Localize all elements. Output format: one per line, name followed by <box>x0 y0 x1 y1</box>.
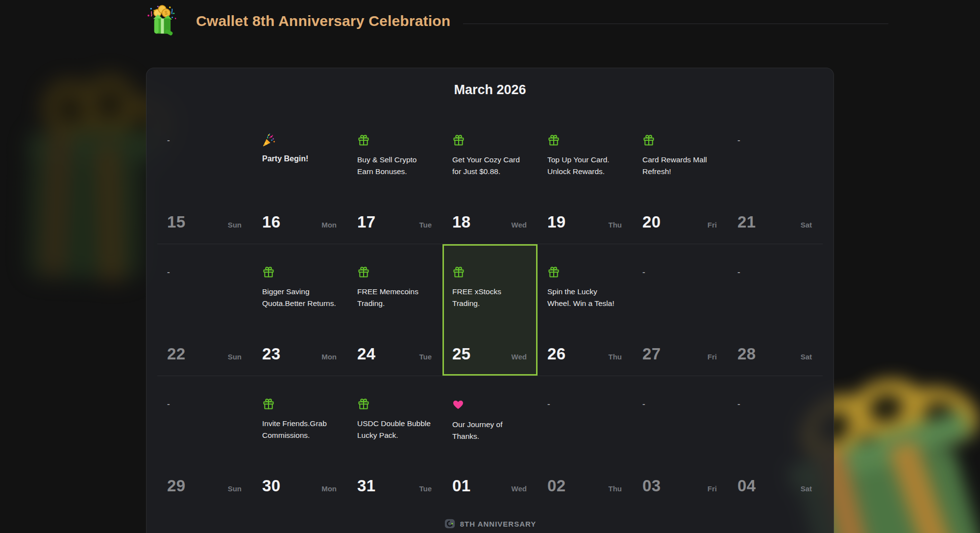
week-row-2: - 22 Sun Bigger Saving Quota.Better Retu… <box>157 244 823 376</box>
no-event-dash: - <box>642 398 717 410</box>
weekday-label: Sun <box>228 484 242 493</box>
weekday-label: Mon <box>321 221 337 229</box>
gift-icon <box>262 266 337 280</box>
weekday-label: Wed <box>512 484 527 493</box>
day-cell-27: - 27 Fri <box>633 244 728 376</box>
event-title: Bigger Saving Quota.Better Returns. <box>262 286 337 309</box>
date-number: 27 <box>642 344 661 364</box>
event-title: Spin the Lucky Wheel. Win a Tesla! <box>547 286 622 309</box>
date-number: 23 <box>262 344 281 364</box>
weekday-label: Sun <box>228 353 242 361</box>
weekday-label: Wed <box>512 221 527 229</box>
gift-icon <box>452 266 527 280</box>
weekday-label: Fri <box>708 221 717 229</box>
weekday-label: Thu <box>609 353 622 361</box>
no-event-dash: - <box>737 266 812 279</box>
event-title: Get Your Cozy Card for Just $0.88. <box>452 154 527 178</box>
page-header: $ Cwallet 8th Anniversary Celebration <box>0 0 980 42</box>
weekday-label: Sun <box>228 221 242 229</box>
gift-icon <box>357 398 432 412</box>
page-title: Cwallet 8th Anniversary Celebration <box>196 13 450 29</box>
no-event-dash: - <box>167 266 242 279</box>
day-cell-19[interactable]: Top Up Your Card. Unlock Rewards. 19 Thu <box>538 112 633 244</box>
weekday-label: Sat <box>801 353 812 361</box>
no-event-dash: - <box>737 134 812 147</box>
date-number: 01 <box>452 476 471 496</box>
calendar-grid: - 15 Sun Party Begin! 16 Mon <box>157 112 823 508</box>
weekday-label: Sat <box>801 221 812 229</box>
weekday-label: Tue <box>419 221 432 229</box>
event-title: FREE Memecoins Trading. <box>357 286 432 309</box>
gift-icon <box>357 134 432 149</box>
week-row-3: - 29 Sun Invite Friends.Grab Commissions… <box>157 376 823 508</box>
day-cell-17[interactable]: Buy & Sell Crypto Earn Bonuses. 17 Tue <box>347 112 442 244</box>
event-title: Top Up Your Card. Unlock Rewards. <box>547 154 622 178</box>
day-cell-01[interactable]: Our Journey of Thanks. 01 Wed <box>442 376 538 508</box>
date-number: 29 <box>167 476 186 496</box>
gift-icon <box>452 134 527 149</box>
weekday-label: Tue <box>419 484 432 493</box>
date-number: 26 <box>547 344 566 364</box>
date-number: 03 <box>642 476 661 496</box>
gift-icon <box>547 266 622 280</box>
heart-icon <box>452 399 527 413</box>
party-popper-icon <box>262 133 337 148</box>
date-number: 19 <box>547 212 566 232</box>
day-cell-16[interactable]: Party Begin! 16 Mon <box>252 112 347 244</box>
day-cell-31[interactable]: USDC Double Bubble Lucky Pack. 31 Tue <box>347 376 442 508</box>
weekday-label: Mon <box>321 484 337 493</box>
day-cell-26[interactable]: Spin the Lucky Wheel. Win a Tesla! 26 Th… <box>538 244 633 376</box>
day-cell-30[interactable]: Invite Friends.Grab Commissions. 30 Mon <box>252 376 347 508</box>
weekday-label: Thu <box>609 484 622 493</box>
date-number: 02 <box>547 476 566 496</box>
gift-box-celebration-icon: $ <box>145 3 179 39</box>
no-event-dash: - <box>642 266 717 279</box>
month-title: March 2026 <box>157 81 823 99</box>
svg-text:$: $ <box>165 10 168 16</box>
date-number: 30 <box>262 476 281 496</box>
gift-icon <box>547 134 622 149</box>
gift-icon <box>642 134 717 149</box>
weekday-label: Sat <box>801 484 812 493</box>
event-title: Our Journey of Thanks. <box>452 419 527 442</box>
date-number: 17 <box>357 212 376 232</box>
date-number: 15 <box>167 212 186 232</box>
date-number: 21 <box>737 212 756 232</box>
event-title: FREE xStocks Trading. <box>452 286 527 309</box>
date-number: 25 <box>452 344 471 364</box>
no-event-dash: - <box>737 398 812 410</box>
date-number: 31 <box>357 476 376 496</box>
weekday-label: Fri <box>708 484 717 493</box>
day-cell-15: - 15 Sun <box>157 112 252 244</box>
day-cell-25-selected[interactable]: FREE xStocks Trading. 25 Wed <box>442 244 538 376</box>
card-footer: 8TH ANNIVERSARY <box>157 518 823 529</box>
cwallet-logo-icon <box>444 518 456 529</box>
day-cell-18[interactable]: Get Your Cozy Card for Just $0.88. 18 We… <box>442 112 538 244</box>
weekday-label: Thu <box>609 221 622 229</box>
event-title: USDC Double Bubble Lucky Pack. <box>357 418 432 441</box>
day-cell-20[interactable]: Card Rewards Mall Refresh! 20 Fri <box>633 112 728 244</box>
weekday-label: Mon <box>321 353 337 361</box>
day-cell-03: - 03 Fri <box>633 376 728 508</box>
day-cell-02: - 02 Thu <box>538 376 633 508</box>
day-cell-28: - 28 Sat <box>728 244 823 376</box>
date-number: 24 <box>357 344 376 364</box>
day-cell-29: - 29 Sun <box>157 376 252 508</box>
date-number: 04 <box>737 476 756 496</box>
day-cell-24[interactable]: FREE Memecoins Trading. 24 Tue <box>347 244 442 376</box>
date-number: 20 <box>642 212 661 232</box>
header-divider <box>463 24 888 24</box>
week-row-1: - 15 Sun Party Begin! 16 Mon <box>157 112 823 244</box>
day-cell-04: - 04 Sat <box>728 376 823 508</box>
event-title: Card Rewards Mall Refresh! <box>642 154 717 178</box>
calendar-card: March 2026 - 15 Sun Party Begin! 16 Mon <box>146 68 834 533</box>
day-cell-23[interactable]: Bigger Saving Quota.Better Returns. 23 M… <box>252 244 347 376</box>
anniversary-label: 8TH ANNIVERSARY <box>460 520 537 528</box>
event-title: Buy & Sell Crypto Earn Bonuses. <box>357 154 432 178</box>
no-event-dash: - <box>547 398 622 410</box>
date-number: 28 <box>737 344 756 364</box>
no-event-dash: - <box>167 134 242 147</box>
weekday-label: Wed <box>512 353 527 361</box>
day-cell-21: - 21 Sat <box>728 112 823 244</box>
day-cell-22: - 22 Sun <box>157 244 252 376</box>
